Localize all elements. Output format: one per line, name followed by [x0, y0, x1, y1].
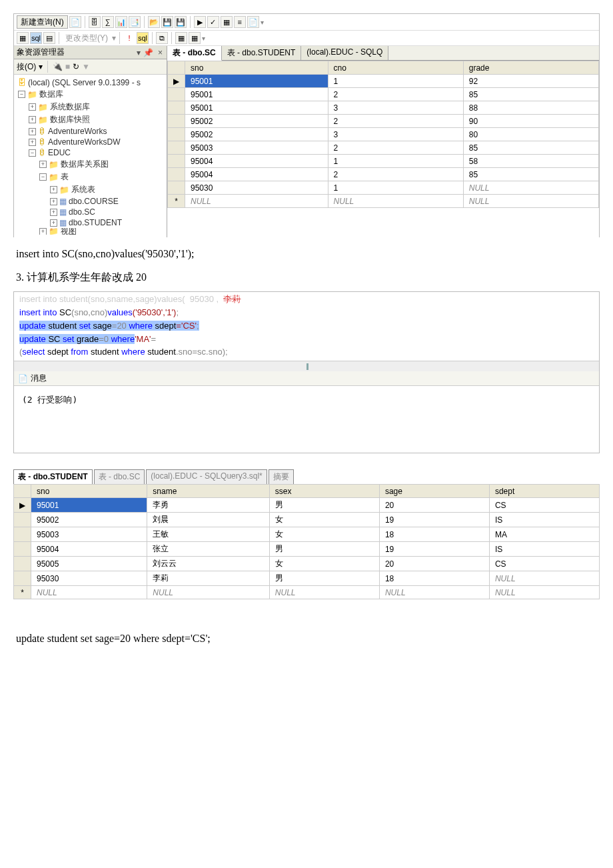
- table-row[interactable]: *NULLNULLNULLNULLNULL: [14, 586, 600, 599]
- db-diagrams-node[interactable]: +📁数据库关系图: [15, 158, 165, 171]
- doc-text-update: update student set sage=20 where sdept='…: [16, 633, 600, 645]
- group-by-icon[interactable]: ⧉: [156, 32, 168, 44]
- table-row[interactable]: 95001285: [168, 88, 599, 101]
- table-row[interactable]: 95004285: [168, 168, 599, 181]
- messages-tab-label[interactable]: 消息: [31, 373, 47, 384]
- col-grade[interactable]: grade: [463, 61, 598, 75]
- execute-icon[interactable]: ▶: [194, 16, 206, 28]
- change-type-dropdown[interactable]: 更改类型(Y): [63, 33, 111, 44]
- scol-sdept[interactable]: sdept: [489, 485, 599, 498]
- new-query-button[interactable]: 新建查询(N): [17, 15, 68, 29]
- adventureworksdw-node[interactable]: +🛢AdventureWorksDW: [15, 137, 165, 147]
- toolbar-row-2: ▦ sql ▤ 更改类型(Y) ▾ ! sql ⧉ ▦ ▦ ▾: [14, 31, 599, 46]
- parse-icon[interactable]: ✓: [207, 16, 219, 28]
- results-grid-icon[interactable]: ▦: [221, 16, 233, 28]
- sc-data-grid[interactable]: sno cno grade ▶9500119295001285950013889…: [167, 61, 599, 208]
- table-row[interactable]: 95001388: [168, 101, 599, 115]
- connect-icon[interactable]: 🔌: [53, 62, 63, 71]
- verify-sql-icon[interactable]: sql: [137, 32, 149, 44]
- adventureworks-node[interactable]: +🛢AdventureWorks: [15, 126, 165, 137]
- doc-text-task3: 3. 计算机系学生年龄改成 20: [16, 271, 600, 285]
- table-row[interactable]: 95002刘晨女19IS: [14, 513, 600, 527]
- run-icon[interactable]: !: [123, 32, 135, 44]
- educ-node[interactable]: −🛢EDUC: [15, 147, 165, 158]
- table-row[interactable]: 95004158: [168, 155, 599, 168]
- dmx-query-icon[interactable]: 📊: [115, 16, 127, 28]
- close-panel-icon[interactable]: ×: [157, 48, 164, 57]
- scol-sage[interactable]: sage: [379, 485, 489, 498]
- server-node[interactable]: 🗄(local) (SQL Server 9.0.1399 - s: [15, 77, 165, 88]
- table-row[interactable]: ▶95001192: [168, 75, 599, 88]
- xmla-query-icon[interactable]: 📑: [129, 16, 141, 28]
- table-course[interactable]: +▦dbo.COURSE: [15, 196, 165, 207]
- table-row[interactable]: 95003285: [168, 141, 599, 155]
- table-row[interactable]: ▶95001李勇男20CS: [14, 498, 600, 513]
- scol-ssex[interactable]: ssex: [269, 485, 379, 498]
- show-sql-icon[interactable]: ▤: [43, 32, 55, 44]
- student-data-grid[interactable]: sno sname ssex sage sdept ▶95001李勇男20CS9…: [13, 484, 600, 599]
- scol-sno[interactable]: sno: [31, 485, 147, 498]
- filter-icon[interactable]: ▼: [82, 62, 90, 71]
- show-criteria-icon[interactable]: sql: [30, 32, 42, 44]
- open-file-icon[interactable]: 📄: [69, 16, 81, 28]
- doc-text-insert: insert into SC(sno,cno)values('95030','1…: [16, 248, 600, 260]
- tables-node[interactable]: −📁表: [15, 171, 165, 183]
- table-row[interactable]: 95002290: [168, 115, 599, 128]
- save-all-icon[interactable]: 💾: [175, 16, 187, 28]
- document-tabs: 表 - dbo.SC 表 - dbo.STUDENT (local).EDUC …: [167, 46, 599, 61]
- toolbar-row-1: 新建查询(N) 📄 🗄 ∑ 📊 📑 📂 💾 💾 ▶ ✓ ▦ ≡ 📄 ▾: [14, 14, 599, 31]
- results-text-icon[interactable]: ≡: [234, 16, 246, 28]
- messages-tab-icon: 📄: [18, 374, 28, 383]
- table-row[interactable]: *NULLNULLNULL: [168, 195, 599, 208]
- refresh-icon[interactable]: ↻: [73, 62, 79, 71]
- object-explorer-title: 象资源管理器: [17, 47, 65, 58]
- results-file-icon[interactable]: 📄: [247, 16, 259, 28]
- show-diagram-icon[interactable]: ▦: [17, 32, 29, 44]
- add-table-icon[interactable]: ▦: [175, 32, 187, 44]
- tab-dbo-student[interactable]: 表 - dbo.STUDENT: [222, 46, 302, 60]
- btab-summary[interactable]: 摘要: [269, 469, 294, 484]
- sql-editor[interactable]: insert into student(sno,sname,sage)value…: [14, 292, 599, 361]
- views-node[interactable]: +📁视图: [15, 228, 165, 235]
- system-tables-node[interactable]: +📁系统表: [15, 183, 165, 196]
- btab-student[interactable]: 表 - dbo.STUDENT: [13, 469, 93, 484]
- editor-scrollbar[interactable]: [14, 361, 599, 371]
- btab-sqlquery3[interactable]: (local).EDUC - SQLQuery3.sql*: [146, 469, 267, 484]
- bottom-tabs: 表 - dbo.STUDENT 表 - dbo.SC (local).EDUC …: [13, 469, 600, 484]
- disconnect-icon[interactable]: ■: [65, 62, 70, 71]
- pin-icon[interactable]: ▾ 📌: [135, 48, 154, 57]
- mdx-query-icon[interactable]: ∑: [102, 16, 114, 28]
- table-student[interactable]: +▦dbo.STUDENT: [15, 217, 165, 228]
- tab-dbo-sc[interactable]: 表 - dbo.SC: [167, 46, 222, 61]
- table-sc[interactable]: +▦dbo.SC: [15, 207, 165, 217]
- open-icon[interactable]: 📂: [148, 16, 160, 28]
- table-row[interactable]: 950301NULL: [168, 181, 599, 195]
- table-row[interactable]: 95002380: [168, 128, 599, 141]
- databases-node[interactable]: −📁数据库: [15, 88, 165, 101]
- connect-dropdown[interactable]: 接(O) ▾: [17, 61, 43, 73]
- save-icon[interactable]: 💾: [161, 16, 173, 28]
- snapshots-node[interactable]: +📁数据库快照: [15, 113, 165, 126]
- table-row[interactable]: 95030李莉男18NULL: [14, 571, 600, 586]
- object-explorer-panel: 象资源管理器 ▾ 📌 × 接(O) ▾ 🔌 ■ ↻ ▼ 🗄(local) (SQ…: [14, 46, 167, 237]
- table-row[interactable]: 95003王敏女18MA: [14, 527, 600, 542]
- col-cno[interactable]: cno: [328, 61, 463, 75]
- table-row[interactable]: 95004张立男19IS: [14, 542, 600, 557]
- col-sno[interactable]: sno: [185, 61, 328, 75]
- db-engine-query-icon[interactable]: 🗄: [89, 16, 101, 28]
- scol-sname[interactable]: sname: [147, 485, 270, 498]
- system-databases-node[interactable]: +📁系统数据库: [15, 101, 165, 113]
- new-row-icon[interactable]: ▦: [189, 32, 201, 44]
- tab-sqlquery[interactable]: (local).EDUC - SQLQ: [301, 46, 388, 60]
- messages-output: (2 行受影响): [14, 386, 599, 453]
- object-explorer-tree: 🗄(local) (SQL Server 9.0.1399 - s −📁数据库 …: [14, 75, 167, 237]
- table-row[interactable]: 95005刘云云女20CS: [14, 557, 600, 571]
- btab-sc[interactable]: 表 - dbo.SC: [94, 469, 145, 484]
